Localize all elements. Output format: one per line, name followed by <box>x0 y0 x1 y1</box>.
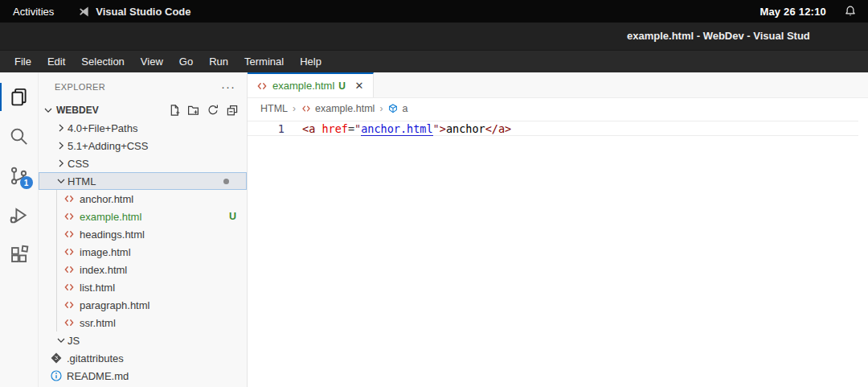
workspace-section-header[interactable]: WEBDEV <box>39 101 247 119</box>
code-token: " <box>354 122 361 135</box>
files-icon <box>9 87 29 107</box>
workspace-name: WEBDEV <box>56 105 168 116</box>
tree-file-readme-md[interactable]: README.md <box>39 367 247 385</box>
code-token: anchor.html <box>361 122 432 136</box>
tree-file-index-html[interactable]: index.html <box>39 261 247 278</box>
html-file-icon <box>256 80 268 93</box>
code-token: href <box>321 122 348 135</box>
explorer-title: EXPLORER <box>55 82 105 92</box>
menu-run[interactable]: Run <box>201 52 236 71</box>
activity-run-and-debug[interactable] <box>0 196 39 235</box>
desktop-top-bar: Activities Visual Studio Code May 26 12:… <box>0 0 868 23</box>
extensions-icon <box>9 245 29 265</box>
chevron-down-icon <box>55 175 68 187</box>
code-editor[interactable]: 1 <a href="anchor.html">anchor</a> <box>248 119 868 387</box>
menu-bar: FileEditSelectionViewGoRunTerminalHelp <box>0 50 868 72</box>
code-file-icon <box>63 192 76 205</box>
activity-extensions[interactable] <box>0 235 39 274</box>
search-icon <box>9 126 29 146</box>
code-file-icon <box>63 316 76 329</box>
menu-terminal[interactable]: Terminal <box>236 52 292 71</box>
window-title-bar[interactable]: example.html - WebDev - Visual Stud <box>0 23 868 50</box>
code-file-icon <box>63 263 76 276</box>
clock[interactable]: May 26 12:10 <box>760 6 826 18</box>
menu-view[interactable]: View <box>133 52 171 71</box>
menu-help[interactable]: Help <box>292 52 330 71</box>
editor-group: example.html U ✕ HTML›example.html›a 1 <… <box>248 72 868 387</box>
new-file-icon[interactable] <box>168 104 181 117</box>
menu-edit[interactable]: Edit <box>39 52 73 71</box>
tree-file-anchor-html[interactable]: anchor.html <box>39 190 247 208</box>
tree-folder-5-1-adding-css[interactable]: 5.1+Adding+CSS <box>39 137 247 154</box>
code-file-icon <box>63 210 76 223</box>
tree-file-headings-html[interactable]: headings.html <box>39 225 247 243</box>
activity-search[interactable] <box>0 117 39 156</box>
breadcrumb-item-html[interactable]: HTML <box>260 103 288 114</box>
file-tree: 4.0+File+Paths5.1+Adding+CSSCSSHTMLancho… <box>39 119 247 385</box>
chevron-right-icon <box>55 139 68 152</box>
activity-bar: 1 <box>0 72 39 387</box>
activities-button[interactable]: Activities <box>13 6 54 18</box>
code-file-icon <box>63 245 76 258</box>
code-token: = <box>348 122 354 135</box>
tab-label: example.html <box>272 80 334 92</box>
code-file-icon <box>301 103 312 114</box>
activity-source-control[interactable]: 1 <box>0 156 39 196</box>
chevron-right-icon <box>55 121 68 134</box>
notification-bell-icon[interactable] <box>844 5 857 18</box>
explorer-sidebar: EXPLORER ··· WEBDEV 4.0+File+Paths5.1+Ad… <box>39 72 248 387</box>
tree-file-paragraph-html[interactable]: paragraph.html <box>39 296 247 314</box>
symbol-cube-icon <box>387 103 399 114</box>
tree-file-image-html[interactable]: image.html <box>39 243 247 261</box>
code-token: " <box>433 122 440 135</box>
tab-close-icon[interactable]: ✕ <box>352 79 366 93</box>
code-token: </a> <box>485 122 512 135</box>
tree-folder-css[interactable]: CSS <box>39 154 247 172</box>
code-token: <a <box>302 122 315 135</box>
modified-dot <box>223 179 229 184</box>
breadcrumb-item-a[interactable]: a <box>387 103 407 114</box>
menu-selection[interactable]: Selection <box>73 52 132 71</box>
indent-guide <box>56 190 57 331</box>
menu-go[interactable]: Go <box>171 52 201 71</box>
explorer-more-actions-icon[interactable]: ··· <box>221 80 235 93</box>
tree-file-ssr-html[interactable]: ssr.html <box>39 314 247 331</box>
tree-folder-html[interactable]: HTML <box>39 172 247 190</box>
chevron-down-icon <box>55 334 68 347</box>
tab-strip: example.html U ✕ <box>248 72 868 98</box>
vscode-logo-icon <box>78 6 90 18</box>
code-file-icon <box>63 228 76 241</box>
tree-file--gitattributes[interactable]: .gitattributes <box>39 349 247 367</box>
code-file-icon <box>63 298 76 311</box>
chevron-right-icon <box>55 157 68 170</box>
tab-git-status: U <box>338 80 346 92</box>
tree-folder-4-0-file-paths[interactable]: 4.0+File+Paths <box>39 119 247 137</box>
tree-file-example-html[interactable]: example.htmlU <box>39 208 247 225</box>
tree-folder-js[interactable]: JS <box>39 331 247 349</box>
code-file-icon <box>63 281 76 294</box>
chevron-down-icon <box>42 104 55 117</box>
refresh-icon[interactable] <box>207 104 219 117</box>
menu-file[interactable]: File <box>6 52 39 71</box>
breadcrumb: HTML›example.html›a <box>248 98 868 119</box>
tree-file-list-html[interactable]: list.html <box>39 278 247 296</box>
info-file-icon <box>50 369 63 382</box>
git-status-badge: U <box>229 211 236 222</box>
code-line-1: <a href="anchor.html">anchor</a> <box>285 122 511 135</box>
activity-explorer[interactable] <box>0 77 39 117</box>
code-token: > <box>440 122 446 135</box>
window-title: example.html - WebDev - Visual Stud <box>627 30 810 42</box>
debug-icon <box>9 205 29 225</box>
git-file-icon <box>50 352 63 364</box>
code-token: anchor <box>446 122 485 135</box>
breadcrumb-item-example-html[interactable]: example.html <box>301 103 375 114</box>
tab-example-html[interactable]: example.html U ✕ <box>248 72 374 97</box>
new-folder-icon[interactable] <box>187 104 200 117</box>
breadcrumb-separator-icon: › <box>291 103 297 114</box>
line-number: 1 <box>248 122 285 135</box>
focused-app-menu[interactable]: Visual Studio Code <box>78 6 190 18</box>
collapse-all-icon[interactable] <box>226 104 239 117</box>
breadcrumb-separator-icon: › <box>378 103 384 114</box>
source-control-badge: 1 <box>20 176 33 189</box>
